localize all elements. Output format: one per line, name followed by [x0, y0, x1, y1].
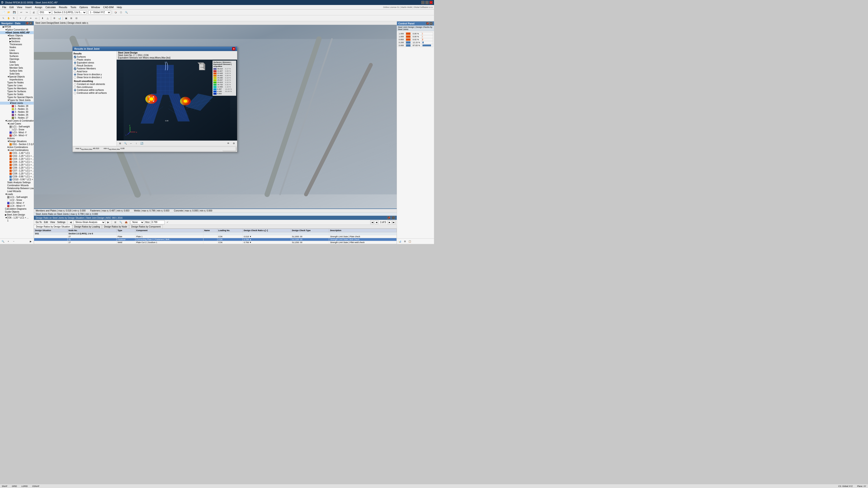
nav-action-combs[interactable]: Action Combinations — [0, 146, 34, 149]
nav-types-steel[interactable]: ▼ Types for Steel Joints — [0, 99, 34, 102]
tb-new[interactable]: 📄 — [1, 10, 6, 15]
nav-lc3[interactable]: LC3 - Wind -Y — [0, 131, 34, 134]
nav-co2[interactable]: CO2 - 1.20 * LC1 + ... — [0, 155, 34, 158]
nav-co1[interactable]: CO1 - 1.40 * LC1 — [0, 152, 34, 155]
tb2-rotate[interactable]: ↻ — [11, 16, 16, 21]
tb-zoom[interactable]: 🔍 — [124, 10, 129, 15]
tab-design-node[interactable]: Design Ratios by Node — [102, 225, 129, 228]
nav-printout-reports[interactable]: ▼ CO6 - 1.20 * LC1 + ... — [0, 216, 34, 219]
nav-load-cases[interactable]: ▼ Load Cases — [0, 122, 34, 125]
nav-surfacesets[interactable]: Surface Sets — [0, 69, 34, 72]
table-row[interactable]: 27WeldPlate Cut 2 | Soutlure 1CO60.799 ▼… — [34, 241, 397, 244]
tb2-view3[interactable]: ⊟ — [74, 16, 79, 21]
nav-imperfections[interactable]: Imperfections — [0, 78, 34, 81]
nav-co9[interactable]: CO9 - 0.90 * LC1 + ... — [0, 175, 34, 178]
nav-lc4[interactable]: LC4 - Wind +Y — [0, 134, 34, 137]
continuous-all-radio[interactable] — [74, 92, 76, 94]
tb-undo[interactable]: ↩ — [19, 10, 24, 15]
dialog-tb-eye[interactable]: 👁 — [226, 141, 231, 146]
maximize-button[interactable]: □ — [426, 1, 429, 4]
tb2-move[interactable]: ✋ — [6, 16, 11, 21]
menu-file[interactable]: File — [1, 5, 8, 9]
page-first[interactable]: |◀ — [370, 221, 374, 224]
menu-edit[interactable]: Edit — [8, 5, 15, 9]
page-last[interactable]: ▶| — [392, 221, 396, 224]
nav-co3[interactable]: CO3 - 1.20 * LC1 + ... — [0, 158, 34, 160]
cp-close[interactable]: ✕ — [430, 22, 433, 25]
equiv-stress-radio[interactable] — [74, 62, 76, 64]
nav-co7[interactable]: CO7 - 1.20 * LC1 + ... — [0, 169, 34, 172]
tb2-support[interactable]: △ — [45, 16, 50, 21]
menu-tools[interactable]: Tools — [69, 5, 78, 9]
continuous-within-radio[interactable] — [74, 89, 76, 91]
nav-membersets[interactable]: Member Sets — [0, 66, 34, 69]
nav-comb-wizards[interactable]: Combination Wizards — [0, 184, 34, 187]
tb-save[interactable]: 💾 — [12, 10, 17, 15]
design-table-container[interactable]: Design Situation Node No. Type Component… — [34, 229, 397, 244]
result-surfaces-item[interactable]: Surfaces — [73, 55, 116, 58]
dt-pin[interactable]: 📌 — [387, 216, 391, 219]
fastener-members-checkbox[interactable] — [74, 68, 76, 70]
menu-insert[interactable]: Insert — [24, 5, 33, 9]
dialog-tb-5[interactable]: 🔄 — [139, 141, 144, 146]
nav-actions[interactable]: Actions — [0, 137, 34, 140]
nav-co10[interactable]: CO10 - 0.90 * LC1 + ... — [0, 178, 34, 181]
nav-sj-2[interactable]: 2 - Nodes: 21 — [0, 107, 34, 110]
nav-steel-joints-file[interactable]: ▼ Steel Joints AISC.rf6* — [0, 31, 34, 34]
nav-special-objects[interactable]: ▼ Special Objects — [0, 75, 34, 78]
dialog-tb-2[interactable]: 🔍 — [123, 141, 128, 146]
shear-y-radio[interactable] — [74, 73, 76, 76]
menu-window[interactable]: Window — [90, 5, 101, 9]
dt-settings[interactable]: Settings — [56, 220, 66, 225]
result-continuous-within[interactable]: Continuous within surfaces — [73, 89, 116, 92]
nav-tb2[interactable]: + — [6, 239, 11, 243]
nav-rfem[interactable]: ▶ RFEM — [0, 25, 34, 28]
nav-materials[interactable]: ▶ Materials — [0, 37, 34, 40]
tb-open[interactable]: 📂 — [6, 10, 11, 15]
nav-load-cases-combs[interactable]: ▼ Load Cases & Combinations — [0, 119, 34, 122]
nav-sections[interactable]: ▶ Sections — [0, 40, 34, 43]
dt-goto[interactable]: Go To — [35, 220, 43, 225]
nav-types-special[interactable]: Types for Special Objects — [0, 96, 34, 99]
tb2-view1[interactable]: ▣ — [64, 16, 68, 21]
result-continuous-all[interactable]: Continuous within all surfaces — [73, 92, 116, 94]
dt-check[interactable]: ✓ — [165, 220, 170, 225]
results-dialog-close[interactable]: ✕ — [232, 47, 235, 51]
non-continuous-radio[interactable] — [74, 86, 76, 88]
nav-loads[interactable]: ▼ Loads — [0, 193, 34, 196]
table-row[interactable]: 21FastenerConnecting Plate 2 | Fasteners… — [34, 238, 397, 241]
dt-edit[interactable]: Edit — [43, 220, 49, 225]
nav-loads-lc4[interactable]: LC4 - Wind +Y — [0, 204, 34, 207]
nav-static-settings[interactable]: Static Analysis Settings — [0, 181, 34, 184]
minimize-button[interactable]: − — [421, 1, 425, 4]
tb2-results2[interactable]: 📊 — [57, 16, 62, 21]
nav-nodes[interactable]: Nodes — [0, 46, 34, 49]
cp-tb2[interactable]: ⚙ — [402, 239, 407, 243]
nav-tb3[interactable]: − — [11, 239, 16, 243]
nav-steel-joints[interactable]: ▼ Steel Joints — [0, 102, 34, 105]
result-equiv-stress[interactable]: Equivalent stress — [73, 61, 116, 64]
nav-sj-1[interactable]: 1 - Nodes: 28 — [0, 105, 34, 107]
surfaces-checkbox[interactable] — [74, 56, 76, 58]
page-prev[interactable]: ◀ — [375, 221, 378, 224]
nav-pin[interactable]: 📌 — [26, 22, 29, 25]
tab-design-situation[interactable]: Design Ratios by Design Situation — [34, 225, 72, 228]
nav-linesets[interactable]: Line Sets — [0, 64, 34, 66]
nav-sj-4[interactable]: 4 - Nodes: 26 — [0, 113, 34, 116]
table-row[interactable]: 27PlatePlate 1CO60.018 ▼SL1000: 00Streng… — [34, 235, 397, 238]
menu-help[interactable]: Help — [116, 5, 123, 9]
result-shear-z[interactable]: Shear force in direction z — [73, 76, 116, 79]
ds-dropdown[interactable]: DS1 — [38, 10, 52, 14]
menu-calculate[interactable]: Calculate — [44, 5, 57, 9]
cp-tb1[interactable]: 📊 — [397, 239, 402, 243]
menu-options[interactable]: Options — [78, 5, 89, 9]
dialog-tb-4[interactable]: ↕ — [134, 141, 139, 146]
tb2-surface[interactable]: ▭ — [33, 16, 38, 21]
tb-render[interactable]: 🎲 — [113, 10, 118, 15]
tab-design-loading[interactable]: Design Ratios by Loading — [72, 225, 102, 228]
tb2-view2[interactable]: ⊞ — [69, 16, 74, 21]
dt-export[interactable]: 📤 — [124, 220, 129, 225]
section-dropdown[interactable]: Section 2.3 (LRFD), 1 to 5... — [52, 10, 86, 14]
filter-dropdown[interactable]: None — [131, 220, 144, 224]
tb-wireframe[interactable]: ⬡ — [119, 10, 123, 15]
